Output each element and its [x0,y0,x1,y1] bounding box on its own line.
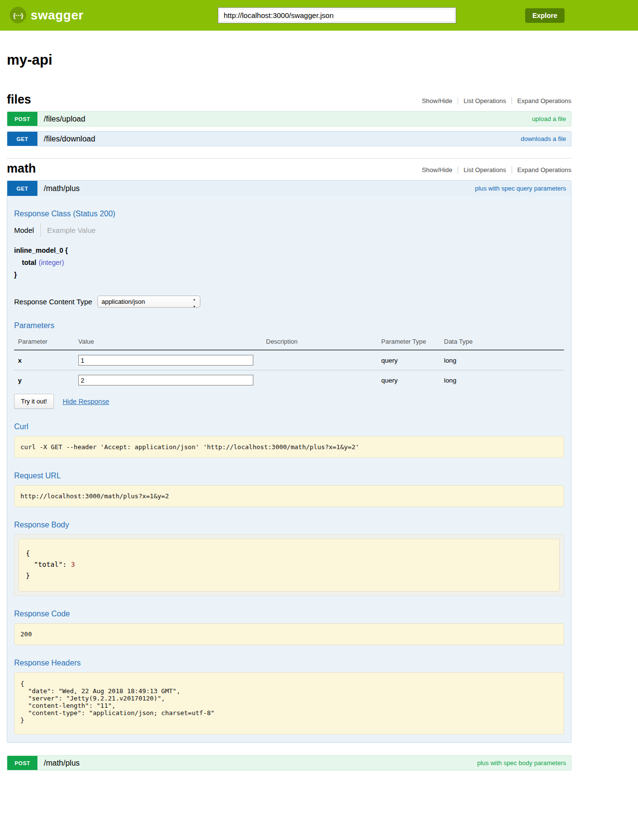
expand-operations-link[interactable]: Expand Operations [512,97,571,105]
show-hide-link[interactable]: Show/Hide [416,166,458,174]
section-files-title[interactable]: files [7,92,31,106]
param-y-description [266,370,381,390]
request-url-heading: Request URL [14,472,564,480]
response-content-type-label: Response Content Type [14,298,92,306]
try-row: Try it out! Hide Response [14,394,564,409]
param-x-input[interactable] [78,355,253,366]
op-summary-math-plus-get[interactable]: plus with spec query parameters [475,185,566,192]
list-operations-link[interactable]: List Operations [458,97,511,105]
curl-heading: Curl [14,422,564,431]
op-summary-math-plus-post[interactable]: plus with spec body parameters [477,759,566,767]
select-arrows-icon [193,295,195,309]
response-code-heading: Response Code [14,610,564,618]
model-tabs: Model Example Value [14,223,564,237]
param-x-type: query [381,350,444,370]
response-body-heading: Response Body [14,521,564,529]
op-math-plus-get: GET /math/plus plus with spec query para… [7,181,571,196]
response-headers-heading: Response Headers [14,659,564,667]
parameters-heading: Parameters [14,321,564,330]
content-wrap: my-api files Show/HideList OperationsExp… [7,52,571,840]
op-content: Response Class (Status 200) Model Exampl… [7,196,571,742]
response-body-json: { "total": 3} [18,539,560,592]
op-summary-files-upload[interactable]: upload a file [532,115,566,122]
get-badge[interactable]: GET [7,181,37,196]
op-files-download: GET /files/download downloads a file [7,131,571,146]
tab-model[interactable]: Model [14,226,34,234]
model-property-name: total [22,259,36,266]
explore-button[interactable]: Explore [525,8,565,23]
parameters-header-row: Parameter Value Description Parameter Ty… [14,335,564,350]
curl-command-block: curl -X GET --header 'Accept: applicatio… [14,436,564,458]
post-badge[interactable]: POST [7,756,37,770]
section-math-title[interactable]: math [7,161,36,175]
json-key: "total": [26,560,71,568]
try-it-out-button[interactable]: Try it out! [14,394,54,409]
response-headers-block: { "date": "Wed, 22 Aug 2018 18:49:13 GMT… [14,672,564,735]
op-path-math-plus-post[interactable]: /math/plus [44,759,80,768]
col-parameter-type: Parameter Type [381,335,444,350]
hide-response-link[interactable]: Hide Response [63,398,109,405]
request-url-block: http://localhost:3000/math/plus?x=1&y=2 [14,485,564,507]
model-open: inline_model_0 { [14,245,564,257]
tab-example-value[interactable]: Example Value [47,226,96,234]
post-badge[interactable]: POST [7,112,37,126]
swagger-logo[interactable]: swagger [10,7,84,23]
col-parameter: Parameter [14,335,78,350]
section-math-controls: Show/HideList OperationsExpand Operation… [416,166,571,175]
param-x-description [266,350,381,370]
op-path-files-upload[interactable]: /files/upload [44,115,85,123]
op-files-upload: POST /files/upload upload a file [7,111,571,126]
section-math-head: math Show/HideList OperationsExpand Oper… [7,161,571,175]
model-close: } [14,269,564,281]
section-divider [7,146,571,158]
op-path-files-download[interactable]: /files/download [44,135,95,143]
model-property: total(integer) [22,257,564,269]
response-class-heading: Response Class (Status 200) [14,210,564,218]
json-line: { [26,548,552,559]
col-data-type: Data Type [444,335,564,350]
param-x-data-type: long [444,350,564,370]
parameter-row-x: x query long [14,350,564,370]
json-line: } [26,570,552,581]
param-name-x: x [14,350,78,370]
expand-operations-link[interactable]: Expand Operations [512,166,571,174]
param-name-y: y [14,370,78,390]
json-line: "total": 3 [26,559,552,570]
brand-name: swagger [31,8,84,23]
get-badge[interactable]: GET [7,132,37,146]
show-hide-link[interactable]: Show/Hide [416,97,458,105]
col-description: Description [266,335,381,350]
swagger-braces-icon [10,7,26,23]
response-body-container: { "total": 3} [14,534,564,596]
response-content-type-select[interactable]: application/json [97,296,200,308]
top-bar: swagger Explore [0,0,638,31]
response-code-block: 200 [14,623,564,645]
param-y-input[interactable] [78,375,253,385]
section-files-head: files Show/HideList OperationsExpand Ope… [7,92,571,106]
op-summary-files-download[interactable]: downloads a file [521,135,566,142]
param-y-type: query [381,370,444,390]
op-math-plus-get-panel: GET /math/plus plus with spec query para… [7,180,571,743]
op-path-math-plus-get[interactable]: /math/plus [44,184,80,193]
parameters-table: Parameter Value Description Parameter Ty… [14,335,564,390]
response-content-type-row: Response Content Type application/json [14,296,564,308]
spec-url-input[interactable] [219,9,455,22]
tab-separator [40,223,41,237]
section-files-controls: Show/HideList OperationsExpand Operation… [416,97,571,106]
spec-url-wrap [218,7,456,23]
page-title: my-api [7,52,571,68]
section-math: math Show/HideList OperationsExpand Oper… [7,158,571,770]
col-value: Value [78,335,266,350]
section-files: files Show/HideList OperationsExpand Ope… [7,92,571,146]
model-signature: inline_model_0 { total(integer) } [14,245,564,281]
model-property-type: (integer) [39,259,64,266]
param-y-data-type: long [444,370,564,390]
parameter-row-y: y query long [14,370,564,390]
op-math-plus-post: POST /math/plus plus with spec body para… [7,755,571,770]
json-value: 3 [71,560,75,568]
selected-content-type: application/json [102,298,193,305]
list-operations-link[interactable]: List Operations [458,166,511,174]
